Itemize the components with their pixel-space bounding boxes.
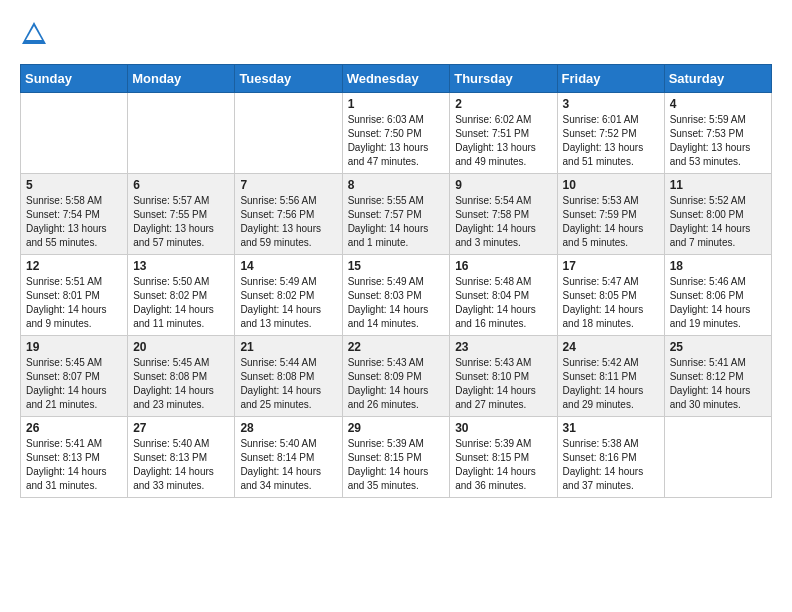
calendar-cell: 5Sunrise: 5:58 AM Sunset: 7:54 PM Daylig…	[21, 174, 128, 255]
day-info: Sunrise: 5:40 AM Sunset: 8:14 PM Dayligh…	[240, 437, 336, 493]
weekday-header-tuesday: Tuesday	[235, 65, 342, 93]
day-info: Sunrise: 5:52 AM Sunset: 8:00 PM Dayligh…	[670, 194, 766, 250]
day-info: Sunrise: 5:51 AM Sunset: 8:01 PM Dayligh…	[26, 275, 122, 331]
day-number: 20	[133, 340, 229, 354]
day-number: 19	[26, 340, 122, 354]
day-info: Sunrise: 6:03 AM Sunset: 7:50 PM Dayligh…	[348, 113, 445, 169]
day-number: 26	[26, 421, 122, 435]
calendar-cell: 26Sunrise: 5:41 AM Sunset: 8:13 PM Dayli…	[21, 417, 128, 498]
day-info: Sunrise: 5:41 AM Sunset: 8:12 PM Dayligh…	[670, 356, 766, 412]
calendar-cell: 7Sunrise: 5:56 AM Sunset: 7:56 PM Daylig…	[235, 174, 342, 255]
calendar-cell: 14Sunrise: 5:49 AM Sunset: 8:02 PM Dayli…	[235, 255, 342, 336]
day-number: 6	[133, 178, 229, 192]
calendar-cell: 4Sunrise: 5:59 AM Sunset: 7:53 PM Daylig…	[664, 93, 771, 174]
calendar-cell: 15Sunrise: 5:49 AM Sunset: 8:03 PM Dayli…	[342, 255, 450, 336]
calendar-cell: 20Sunrise: 5:45 AM Sunset: 8:08 PM Dayli…	[128, 336, 235, 417]
day-info: Sunrise: 5:41 AM Sunset: 8:13 PM Dayligh…	[26, 437, 122, 493]
day-number: 1	[348, 97, 445, 111]
calendar-cell: 29Sunrise: 5:39 AM Sunset: 8:15 PM Dayli…	[342, 417, 450, 498]
calendar-cell: 10Sunrise: 5:53 AM Sunset: 7:59 PM Dayli…	[557, 174, 664, 255]
day-number: 24	[563, 340, 659, 354]
day-info: Sunrise: 5:38 AM Sunset: 8:16 PM Dayligh…	[563, 437, 659, 493]
day-number: 7	[240, 178, 336, 192]
calendar-cell: 6Sunrise: 5:57 AM Sunset: 7:55 PM Daylig…	[128, 174, 235, 255]
weekday-header-thursday: Thursday	[450, 65, 557, 93]
day-number: 27	[133, 421, 229, 435]
day-info: Sunrise: 5:57 AM Sunset: 7:55 PM Dayligh…	[133, 194, 229, 250]
day-number: 15	[348, 259, 445, 273]
calendar-cell: 22Sunrise: 5:43 AM Sunset: 8:09 PM Dayli…	[342, 336, 450, 417]
calendar-cell: 11Sunrise: 5:52 AM Sunset: 8:00 PM Dayli…	[664, 174, 771, 255]
calendar-cell: 16Sunrise: 5:48 AM Sunset: 8:04 PM Dayli…	[450, 255, 557, 336]
day-number: 12	[26, 259, 122, 273]
day-number: 23	[455, 340, 551, 354]
day-info: Sunrise: 5:55 AM Sunset: 7:57 PM Dayligh…	[348, 194, 445, 250]
day-info: Sunrise: 6:02 AM Sunset: 7:51 PM Dayligh…	[455, 113, 551, 169]
day-info: Sunrise: 5:46 AM Sunset: 8:06 PM Dayligh…	[670, 275, 766, 331]
calendar-cell: 25Sunrise: 5:41 AM Sunset: 8:12 PM Dayli…	[664, 336, 771, 417]
day-info: Sunrise: 5:56 AM Sunset: 7:56 PM Dayligh…	[240, 194, 336, 250]
calendar-week-row: 1Sunrise: 6:03 AM Sunset: 7:50 PM Daylig…	[21, 93, 772, 174]
calendar-cell: 9Sunrise: 5:54 AM Sunset: 7:58 PM Daylig…	[450, 174, 557, 255]
day-info: Sunrise: 5:44 AM Sunset: 8:08 PM Dayligh…	[240, 356, 336, 412]
calendar-cell: 23Sunrise: 5:43 AM Sunset: 8:10 PM Dayli…	[450, 336, 557, 417]
calendar-cell	[235, 93, 342, 174]
calendar-cell: 30Sunrise: 5:39 AM Sunset: 8:15 PM Dayli…	[450, 417, 557, 498]
day-info: Sunrise: 5:39 AM Sunset: 8:15 PM Dayligh…	[348, 437, 445, 493]
day-info: Sunrise: 5:58 AM Sunset: 7:54 PM Dayligh…	[26, 194, 122, 250]
weekday-header-row: SundayMondayTuesdayWednesdayThursdayFrid…	[21, 65, 772, 93]
day-number: 3	[563, 97, 659, 111]
day-info: Sunrise: 5:45 AM Sunset: 8:07 PM Dayligh…	[26, 356, 122, 412]
day-info: Sunrise: 5:47 AM Sunset: 8:05 PM Dayligh…	[563, 275, 659, 331]
weekday-header-friday: Friday	[557, 65, 664, 93]
calendar-table: SundayMondayTuesdayWednesdayThursdayFrid…	[20, 64, 772, 498]
page-header	[20, 20, 772, 48]
day-info: Sunrise: 5:43 AM Sunset: 8:10 PM Dayligh…	[455, 356, 551, 412]
day-info: Sunrise: 5:45 AM Sunset: 8:08 PM Dayligh…	[133, 356, 229, 412]
day-number: 2	[455, 97, 551, 111]
calendar-cell	[21, 93, 128, 174]
day-number: 29	[348, 421, 445, 435]
calendar-cell: 27Sunrise: 5:40 AM Sunset: 8:13 PM Dayli…	[128, 417, 235, 498]
calendar-cell: 1Sunrise: 6:03 AM Sunset: 7:50 PM Daylig…	[342, 93, 450, 174]
day-info: Sunrise: 5:39 AM Sunset: 8:15 PM Dayligh…	[455, 437, 551, 493]
day-info: Sunrise: 6:01 AM Sunset: 7:52 PM Dayligh…	[563, 113, 659, 169]
calendar-cell: 13Sunrise: 5:50 AM Sunset: 8:02 PM Dayli…	[128, 255, 235, 336]
weekday-header-monday: Monday	[128, 65, 235, 93]
calendar-cell: 18Sunrise: 5:46 AM Sunset: 8:06 PM Dayli…	[664, 255, 771, 336]
day-info: Sunrise: 5:40 AM Sunset: 8:13 PM Dayligh…	[133, 437, 229, 493]
calendar-cell: 2Sunrise: 6:02 AM Sunset: 7:51 PM Daylig…	[450, 93, 557, 174]
calendar-cell: 31Sunrise: 5:38 AM Sunset: 8:16 PM Dayli…	[557, 417, 664, 498]
calendar-cell: 12Sunrise: 5:51 AM Sunset: 8:01 PM Dayli…	[21, 255, 128, 336]
day-number: 4	[670, 97, 766, 111]
day-number: 30	[455, 421, 551, 435]
calendar-cell: 8Sunrise: 5:55 AM Sunset: 7:57 PM Daylig…	[342, 174, 450, 255]
day-number: 18	[670, 259, 766, 273]
calendar-cell: 21Sunrise: 5:44 AM Sunset: 8:08 PM Dayli…	[235, 336, 342, 417]
calendar-cell: 28Sunrise: 5:40 AM Sunset: 8:14 PM Dayli…	[235, 417, 342, 498]
day-info: Sunrise: 5:43 AM Sunset: 8:09 PM Dayligh…	[348, 356, 445, 412]
day-number: 5	[26, 178, 122, 192]
day-number: 28	[240, 421, 336, 435]
day-info: Sunrise: 5:50 AM Sunset: 8:02 PM Dayligh…	[133, 275, 229, 331]
day-number: 22	[348, 340, 445, 354]
day-number: 9	[455, 178, 551, 192]
calendar-cell: 19Sunrise: 5:45 AM Sunset: 8:07 PM Dayli…	[21, 336, 128, 417]
day-info: Sunrise: 5:59 AM Sunset: 7:53 PM Dayligh…	[670, 113, 766, 169]
day-number: 31	[563, 421, 659, 435]
day-number: 11	[670, 178, 766, 192]
day-info: Sunrise: 5:53 AM Sunset: 7:59 PM Dayligh…	[563, 194, 659, 250]
calendar-cell: 3Sunrise: 6:01 AM Sunset: 7:52 PM Daylig…	[557, 93, 664, 174]
day-number: 17	[563, 259, 659, 273]
calendar-week-row: 12Sunrise: 5:51 AM Sunset: 8:01 PM Dayli…	[21, 255, 772, 336]
calendar-cell: 17Sunrise: 5:47 AM Sunset: 8:05 PM Dayli…	[557, 255, 664, 336]
day-info: Sunrise: 5:54 AM Sunset: 7:58 PM Dayligh…	[455, 194, 551, 250]
day-info: Sunrise: 5:49 AM Sunset: 8:02 PM Dayligh…	[240, 275, 336, 331]
logo-icon	[20, 20, 48, 48]
day-number: 16	[455, 259, 551, 273]
logo	[20, 20, 52, 48]
day-info: Sunrise: 5:48 AM Sunset: 8:04 PM Dayligh…	[455, 275, 551, 331]
calendar-cell: 24Sunrise: 5:42 AM Sunset: 8:11 PM Dayli…	[557, 336, 664, 417]
day-number: 13	[133, 259, 229, 273]
calendar-week-row: 5Sunrise: 5:58 AM Sunset: 7:54 PM Daylig…	[21, 174, 772, 255]
